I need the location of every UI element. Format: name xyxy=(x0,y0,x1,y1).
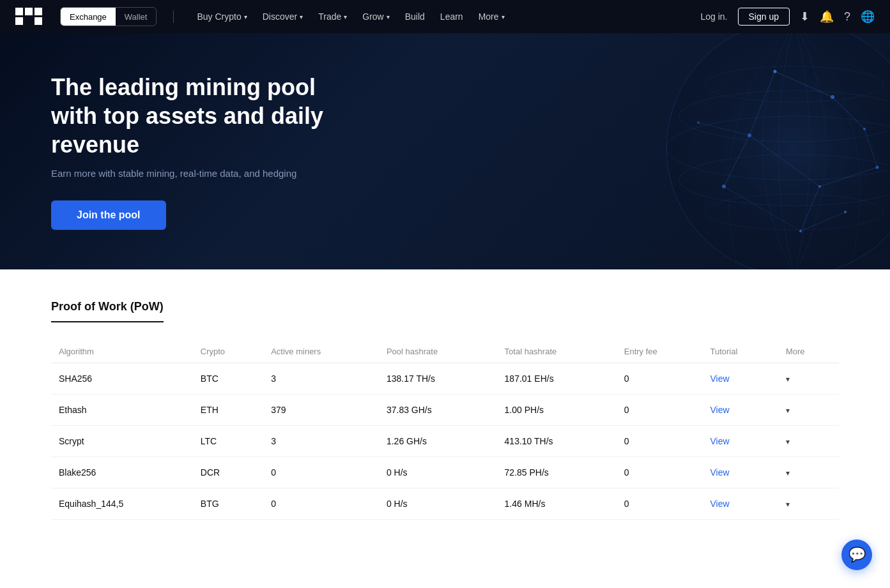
pow-section: Proof of Work (PoW) Algorithm Crypto Act… xyxy=(0,269,890,550)
cell-total-hashrate: 1.46 MH/s xyxy=(497,488,617,520)
notification-icon[interactable]: 🔔 xyxy=(820,10,834,24)
cell-total-hashrate: 72.85 PH/s xyxy=(497,457,617,488)
hero-section: The leading mining pool with top assets … xyxy=(0,33,890,269)
chevron-down-icon: ▾ xyxy=(502,13,505,20)
nav-divider xyxy=(173,10,174,23)
cell-pool-hashrate: 0 H/s xyxy=(379,457,497,488)
cell-more[interactable]: ▾ xyxy=(778,426,839,457)
col-algorithm: Algorithm xyxy=(51,340,193,363)
pow-table: Algorithm Crypto Active miners Pool hash… xyxy=(51,340,839,520)
chevron-down-icon: ▾ xyxy=(300,13,303,20)
col-active-miners: Active miners xyxy=(263,340,379,363)
svg-rect-1 xyxy=(25,8,33,15)
nav-more[interactable]: More ▾ xyxy=(472,8,511,26)
logo[interactable] xyxy=(15,8,42,26)
cell-more[interactable]: ▾ xyxy=(778,457,839,488)
nav-right: Log in. Sign up ⬇ 🔔 ? 🌐 xyxy=(700,8,875,26)
hero-content: The leading mining pool with top assets … xyxy=(51,73,409,230)
navbar: Exchange Wallet Buy Crypto ▾ Discover ▾ … xyxy=(0,0,890,33)
cell-entry-fee: 0 xyxy=(617,363,703,395)
cell-pool-hashrate: 0 H/s xyxy=(379,488,497,520)
svg-rect-0 xyxy=(15,8,23,15)
cell-algorithm: Equihash_144,5 xyxy=(51,488,193,520)
table-row: Equihash_144,5 BTG 0 0 H/s 1.46 MH/s 0 V… xyxy=(51,488,839,520)
cell-entry-fee: 0 xyxy=(617,426,703,457)
cell-tutorial[interactable]: View xyxy=(702,426,778,457)
col-total-hashrate: Total hashrate xyxy=(497,340,617,363)
cell-more[interactable]: ▾ xyxy=(778,363,839,395)
hero-title: The leading mining pool with top assets … xyxy=(51,73,409,159)
cell-tutorial[interactable]: View xyxy=(702,363,778,395)
nav-learn[interactable]: Learn xyxy=(434,8,470,26)
cell-pool-hashrate: 138.17 TH/s xyxy=(379,363,497,395)
cell-active-miners: 379 xyxy=(263,395,379,426)
cell-crypto: LTC xyxy=(193,426,263,457)
cell-crypto: ETH xyxy=(193,395,263,426)
cell-tutorial[interactable]: View xyxy=(702,457,778,488)
cell-algorithm: Ethash xyxy=(51,395,193,426)
table-header-row: Algorithm Crypto Active miners Pool hash… xyxy=(51,340,839,363)
cell-crypto: BTG xyxy=(193,488,263,520)
cell-entry-fee: 0 xyxy=(617,457,703,488)
table-row: Blake256 DCR 0 0 H/s 72.85 PH/s 0 View ▾ xyxy=(51,457,839,488)
svg-rect-3 xyxy=(15,17,23,25)
nav-trade[interactable]: Trade ▾ xyxy=(312,8,353,26)
globe-decoration xyxy=(596,33,890,269)
table-row: Ethash ETH 379 37.83 GH/s 1.00 PH/s 0 Vi… xyxy=(51,395,839,426)
cell-pool-hashrate: 1.26 GH/s xyxy=(379,426,497,457)
cell-more[interactable]: ▾ xyxy=(778,488,839,520)
hero-subtitle: Earn more with stable mining, real-time … xyxy=(51,168,409,179)
cell-crypto: DCR xyxy=(193,457,263,488)
chat-icon: 💬 xyxy=(848,547,866,550)
cell-tutorial[interactable]: View xyxy=(702,488,778,520)
svg-rect-2 xyxy=(35,8,42,15)
col-tutorial: Tutorial xyxy=(702,340,778,363)
col-crypto: Crypto xyxy=(193,340,263,363)
cell-total-hashrate: 187.01 EH/s xyxy=(497,363,617,395)
cell-more[interactable]: ▾ xyxy=(778,395,839,426)
cell-active-miners: 3 xyxy=(263,426,379,457)
cell-active-miners: 0 xyxy=(263,457,379,488)
download-icon[interactable]: ⬇ xyxy=(800,10,809,24)
chevron-down-icon: ▾ xyxy=(387,13,390,20)
cell-crypto: BTC xyxy=(193,363,263,395)
svg-rect-4 xyxy=(35,17,42,25)
chevron-down-icon: ▾ xyxy=(344,13,347,20)
exchange-toggle-btn[interactable]: Exchange xyxy=(61,8,116,26)
table-row: Scrypt LTC 3 1.26 GH/s 413.10 TH/s 0 Vie… xyxy=(51,426,839,457)
chevron-down-icon: ▾ xyxy=(244,13,247,20)
cell-algorithm: SHA256 xyxy=(51,363,193,395)
nav-discover[interactable]: Discover ▾ xyxy=(256,8,309,26)
cell-total-hashrate: 413.10 TH/s xyxy=(497,426,617,457)
cell-pool-hashrate: 37.83 GH/s xyxy=(379,395,497,426)
cell-active-miners: 3 xyxy=(263,363,379,395)
nav-build[interactable]: Build xyxy=(399,8,431,26)
cell-algorithm: Scrypt xyxy=(51,426,193,457)
join-pool-button[interactable]: Join the pool xyxy=(51,200,166,230)
cell-tutorial[interactable]: View xyxy=(702,395,778,426)
cell-total-hashrate: 1.00 PH/s xyxy=(497,395,617,426)
section-title: Proof of Work (PoW) xyxy=(51,300,164,322)
col-pool-hashrate: Pool hashrate xyxy=(379,340,497,363)
login-button[interactable]: Log in. xyxy=(700,11,727,22)
nav-mode-toggle: Exchange Wallet xyxy=(60,7,157,26)
nav-buy-crypto[interactable]: Buy Crypto ▾ xyxy=(190,8,253,26)
wallet-toggle-btn[interactable]: Wallet xyxy=(116,8,157,26)
cell-active-miners: 0 xyxy=(263,488,379,520)
cell-entry-fee: 0 xyxy=(617,395,703,426)
table-row: SHA256 BTC 3 138.17 TH/s 187.01 EH/s 0 V… xyxy=(51,363,839,395)
globe-icon[interactable]: 🌐 xyxy=(861,10,875,24)
cell-entry-fee: 0 xyxy=(617,488,703,520)
col-more: More xyxy=(778,340,839,363)
signup-button[interactable]: Sign up xyxy=(738,8,790,26)
nav-grow[interactable]: Grow ▾ xyxy=(356,8,395,26)
cell-algorithm: Blake256 xyxy=(51,457,193,488)
help-icon[interactable]: ? xyxy=(844,10,850,24)
col-entry-fee: Entry fee xyxy=(617,340,703,363)
nav-links: Buy Crypto ▾ Discover ▾ Trade ▾ Grow ▾ B… xyxy=(190,8,687,26)
